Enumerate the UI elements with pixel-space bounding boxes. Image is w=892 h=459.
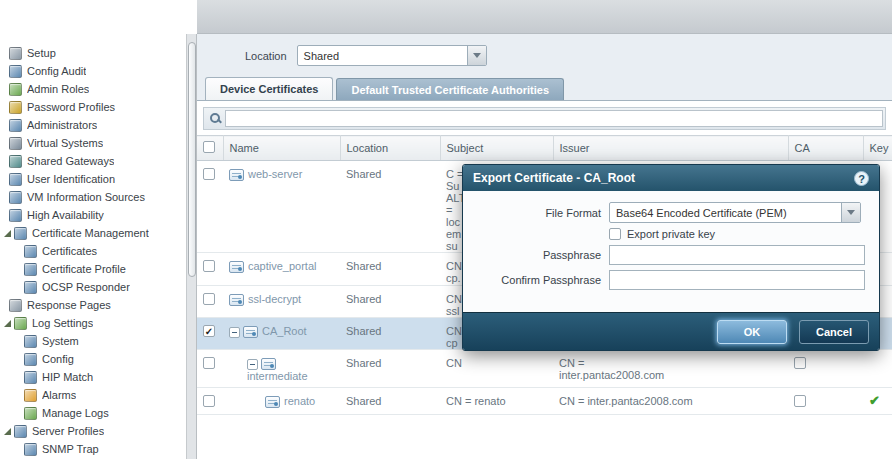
table-row-intermediate[interactable]: intermediateSharedCNCN = inter.pantac200… xyxy=(197,350,892,388)
row-checkbox[interactable] xyxy=(203,357,215,369)
sidebar-item-hip-match[interactable]: HIP Match xyxy=(0,368,186,386)
sidebar-item-log-settings[interactable]: Log Settings xyxy=(0,314,186,332)
location-cell: Shared xyxy=(340,253,440,286)
sidebar-item-high-availability[interactable]: High Availability xyxy=(0,206,186,224)
sidebar-item-label: System xyxy=(42,335,79,347)
location-dropdown-button[interactable] xyxy=(467,46,486,65)
expand-arrow-icon[interactable] xyxy=(4,230,11,237)
sidebar-item-administrators[interactable]: Administrators xyxy=(0,116,186,134)
setup-icon xyxy=(9,47,22,60)
file-format-dropdown-button[interactable] xyxy=(841,203,860,222)
column-header-name[interactable]: Name xyxy=(223,136,340,161)
sidebar-item-label: User Identification xyxy=(27,173,115,185)
confirm-passphrase-input[interactable] xyxy=(609,270,865,290)
cert-name-link[interactable]: intermediate xyxy=(247,370,308,382)
sidebar-item-certificate-profile[interactable]: Certificate Profile xyxy=(0,260,186,278)
sidebar-item-label: Administrators xyxy=(27,119,97,131)
search-input[interactable] xyxy=(225,110,883,127)
cert-name-cell: web-server xyxy=(223,161,340,253)
sidebar-item-certificates[interactable]: Certificates xyxy=(0,242,186,260)
sidebar-item-label: Manage Logs xyxy=(42,407,109,419)
certificate-icon xyxy=(265,396,280,408)
tab-device-certificates[interactable]: Device Certificates xyxy=(205,77,333,100)
sidebar-item-certificate-management[interactable]: Certificate Management xyxy=(0,224,186,242)
dialog-header: Export Certificate - CA_Root ? xyxy=(463,165,879,191)
cert-name-link[interactable]: web-server xyxy=(248,168,302,180)
cert-name-link[interactable]: captive_portal xyxy=(248,260,317,272)
sidebar-scrollbar[interactable] xyxy=(186,34,197,459)
cert-name-link[interactable]: ssl-decrypt xyxy=(248,293,301,305)
column-header-key[interactable]: Key xyxy=(863,136,892,161)
expand-arrow-icon[interactable] xyxy=(4,428,11,435)
sidebar-item-response-pages[interactable]: Response Pages xyxy=(0,296,186,314)
sidebar-item-ocsp-responder[interactable]: OCSP Responder xyxy=(0,278,186,296)
sidebar-item-password-profiles[interactable]: Password Profiles xyxy=(0,98,186,116)
virtual-systems-icon xyxy=(9,137,22,150)
sidebar-item-setup[interactable]: Setup xyxy=(0,44,186,62)
column-header-location[interactable]: Location xyxy=(340,136,440,161)
dialog-body: File Format Base64 Encoded Certificate (… xyxy=(463,191,879,312)
cert-name-link[interactable]: CA_Root xyxy=(262,325,307,337)
select-all-checkbox[interactable] xyxy=(203,141,215,153)
expand-arrow-icon[interactable] xyxy=(4,320,11,327)
passphrase-input[interactable] xyxy=(609,245,865,265)
location-row: Location Shared xyxy=(197,34,892,77)
sidebar-item-snmp-trap[interactable]: SNMP Trap xyxy=(0,440,186,458)
sidebar-item-system[interactable]: System xyxy=(0,332,186,350)
collapse-toggle-icon[interactable] xyxy=(247,359,258,370)
row-checkbox[interactable] xyxy=(203,395,215,407)
sidebar-item-config[interactable]: Config xyxy=(0,350,186,368)
cert-name-cell: CA_Root xyxy=(223,318,340,350)
key-cell xyxy=(863,350,892,388)
sidebar-item-manage-logs[interactable]: Manage Logs xyxy=(0,404,186,422)
export-private-key-checkbox[interactable] xyxy=(609,228,621,240)
sidebar-item-shared-gateways[interactable]: Shared Gateways xyxy=(0,152,186,170)
row-select-cell xyxy=(197,388,223,415)
file-format-dropdown[interactable]: Base64 Encoded Certificate (PEM) xyxy=(609,202,861,223)
column-header-subject[interactable]: Subject xyxy=(440,136,553,161)
location-dropdown[interactable]: Shared xyxy=(297,45,487,66)
sidebar-item-alarms[interactable]: Alarms xyxy=(0,386,186,404)
confirm-passphrase-row: Confirm Passphrase xyxy=(477,270,865,290)
row-checkbox[interactable]: ✓ xyxy=(203,325,215,337)
sidebar-item-user-identification[interactable]: User Identification xyxy=(0,170,186,188)
ca-checkbox[interactable] xyxy=(794,395,806,407)
row-checkbox[interactable] xyxy=(203,260,215,272)
row-checkbox[interactable] xyxy=(203,293,215,305)
app-window: SetupConfig AuditAdmin RolesPassword Pro… xyxy=(0,0,892,459)
collapse-toggle-icon[interactable] xyxy=(229,327,240,338)
ca-checkbox[interactable] xyxy=(794,357,806,369)
sidebar-item-config-audit[interactable]: Config Audit xyxy=(0,62,186,80)
certificate-icon xyxy=(229,294,244,306)
column-header-issuer[interactable]: Issuer xyxy=(553,136,788,161)
key-check-icon: ✔ xyxy=(869,393,880,408)
key-cell: ✔ xyxy=(863,388,892,415)
sidebar-item-label: Setup xyxy=(27,47,56,59)
file-format-row: File Format Base64 Encoded Certificate (… xyxy=(477,202,865,223)
help-icon[interactable]: ? xyxy=(854,171,869,186)
sidebar-item-virtual-systems[interactable]: Virtual Systems xyxy=(0,134,186,152)
sidebar-item-label: Password Profiles xyxy=(27,101,115,113)
issuer-cell: CN = inter.pantac2008.com xyxy=(553,350,788,388)
dialog-title: Export Certificate - CA_Root xyxy=(473,171,854,185)
search-icon[interactable] xyxy=(206,110,225,127)
table-row-renato[interactable]: renatoSharedCN = renatoCN = inter.pantac… xyxy=(197,388,892,415)
sidebar-item-label: Config Audit xyxy=(27,65,86,77)
search-bar xyxy=(203,107,886,130)
cert-name-link[interactable]: renato xyxy=(284,395,315,407)
sidebar-item-vm-information-sources[interactable]: VM Information Sources xyxy=(0,188,186,206)
top-band xyxy=(197,0,892,34)
sidebar-scrollbar-thumb[interactable] xyxy=(188,42,196,277)
column-header-ca[interactable]: CA xyxy=(788,136,863,161)
cancel-button[interactable]: Cancel xyxy=(799,320,869,344)
sidebar-item-server-profiles[interactable]: Server Profiles xyxy=(0,422,186,440)
row-checkbox[interactable] xyxy=(203,168,215,180)
row-select-cell xyxy=(197,350,223,388)
sidebar-item-label: Virtual Systems xyxy=(27,137,103,149)
sidebar-item-admin-roles[interactable]: Admin Roles xyxy=(0,80,186,98)
passphrase-label: Passphrase xyxy=(477,249,601,261)
ok-button[interactable]: OK xyxy=(717,320,787,344)
tab-default-trusted-certificate-authorities[interactable]: Default Trusted Certificate Authorities xyxy=(336,78,564,100)
response-pages-icon xyxy=(9,299,22,312)
ca-cell xyxy=(788,350,863,388)
